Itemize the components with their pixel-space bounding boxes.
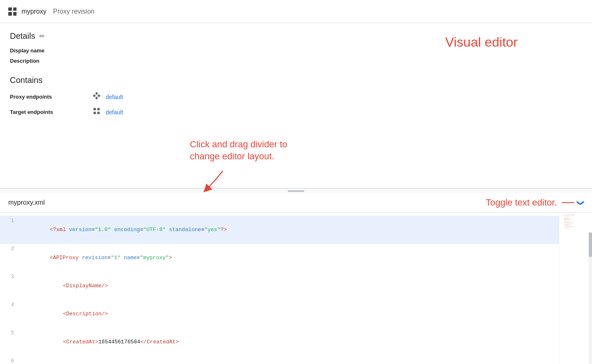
- proxy-endpoint-default-link[interactable]: default: [106, 94, 123, 100]
- proxy-endpoint-move-icon: [92, 92, 101, 102]
- proxy-endpoints-label: Proxy endpoints: [10, 94, 92, 100]
- toggle-line: ❯: [562, 198, 584, 207]
- line-number-2: 2: [0, 244, 21, 253]
- contains-title: Contains: [10, 76, 582, 85]
- header-bar: myproxy Proxy revision: [0, 0, 592, 23]
- chevron-down-icon[interactable]: ❯: [576, 200, 585, 206]
- line-content-2: <APIProxy revision="1" name="myproxy">: [21, 244, 592, 272]
- target-endpoints-label: Target endpoints: [10, 109, 92, 115]
- drag-divider-annotation: Click and drag divider to change editor …: [190, 139, 287, 194]
- text-editor-header: myproxy.xml Toggle text editor. ❯: [0, 193, 592, 213]
- visual-editor-panel: Visual editor Details ✏ Display name Des…: [0, 23, 592, 188]
- divider-grip: [288, 190, 304, 192]
- line-content-5: <CreatedAt>1654456176584</CreatedAt>: [21, 329, 592, 356]
- edit-pencil-icon[interactable]: ✏: [39, 32, 45, 40]
- scrollbar-thumb[interactable]: [589, 232, 592, 257]
- line-content-3: <DisplayName/>: [21, 272, 592, 300]
- code-editor[interactable]: 1 <?xml version="1.0" encoding="UTF-8" s…: [0, 213, 592, 364]
- code-line-1: 1 <?xml version="1.0" encoding="UTF-8" s…: [0, 216, 592, 244]
- visual-editor-label: Visual editor: [445, 35, 518, 50]
- details-title: Details: [10, 31, 35, 41]
- filename-label: myproxy.xml: [8, 199, 45, 206]
- line-content-6: <LastModifiedAt>1654456176584</LastModif…: [21, 357, 592, 364]
- target-endpoint-default-link[interactable]: default: [106, 109, 123, 116]
- toggle-dash: [562, 202, 574, 203]
- text-editor-panel: myproxy.xml Toggle text editor. ❯ Text e…: [0, 193, 592, 364]
- line-number-1: 1: [0, 216, 21, 225]
- line-number-3: 3: [0, 272, 21, 281]
- contains-section: Contains Proxy endpoints default Target …: [10, 76, 582, 117]
- toggle-text-editor-annotation: Toggle text editor.: [486, 197, 557, 208]
- apps-icon: [8, 7, 17, 16]
- target-endpoint-grid-icon: [92, 107, 101, 117]
- text-editor-toolbar: Toggle text editor. ❯: [486, 197, 584, 208]
- code-line-2: 2 <APIProxy revision="1" name="myproxy">: [0, 244, 592, 272]
- line-number-6: 6: [0, 357, 21, 364]
- code-line-3: 3 <DisplayName/>: [0, 272, 592, 300]
- breadcrumb-label: Proxy revision: [53, 8, 94, 15]
- code-line-4: 4 <Description/>: [0, 300, 592, 328]
- resize-divider[interactable]: [0, 188, 592, 193]
- scrollbar-track[interactable]: [589, 232, 592, 364]
- description-label: Description: [10, 58, 582, 64]
- line-number-5: 5: [0, 329, 21, 338]
- proxy-endpoints-row: Proxy endpoints default: [10, 92, 582, 102]
- line-content-4: <Description/>: [21, 300, 592, 328]
- target-endpoints-row: Target endpoints default: [10, 107, 582, 117]
- proxy-name[interactable]: myproxy: [21, 8, 46, 15]
- line-number-4: 4: [0, 300, 21, 310]
- line-content-1: <?xml version="1.0" encoding="UTF-8" sta…: [21, 216, 592, 243]
- code-line-5: 5 <CreatedAt>1654456176584</CreatedAt>: [0, 328, 592, 356]
- code-line-6: 6 <LastModifiedAt>1654456176584</LastMod…: [0, 356, 592, 364]
